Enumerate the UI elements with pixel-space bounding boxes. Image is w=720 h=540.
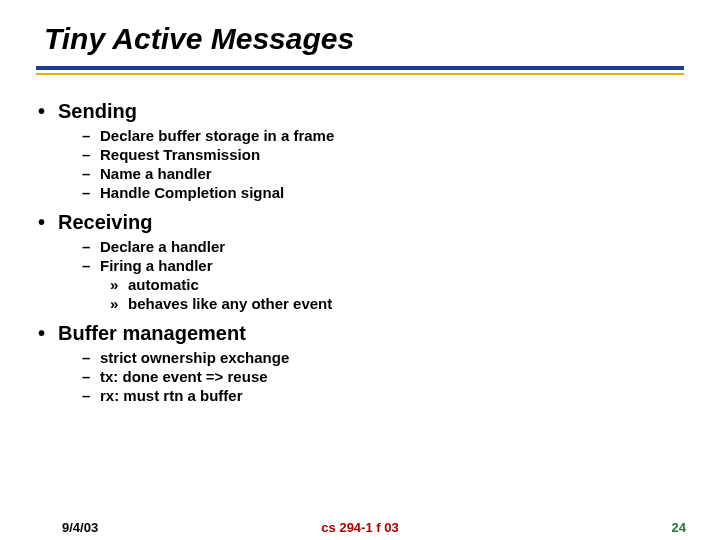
- dash-icon: –: [82, 184, 90, 201]
- bullet-sending: • Sending: [36, 100, 684, 123]
- slide-title: Tiny Active Messages: [44, 22, 354, 56]
- sub-sub-bullet: » behaves like any other event: [36, 295, 684, 312]
- title-rule: [36, 66, 684, 75]
- slide-body: • Sending – Declare buffer storage in a …: [36, 90, 684, 406]
- sub-bullet: – tx: done event => reuse: [36, 368, 684, 385]
- bullet-buffer-management: • Buffer management: [36, 322, 684, 345]
- sub-bullet-text: Handle Completion signal: [100, 184, 284, 201]
- sub-bullet-text: Declare buffer storage in a frame: [100, 127, 334, 144]
- sub-bullet: – Name a handler: [36, 165, 684, 182]
- rule-thick: [36, 66, 684, 70]
- bullet-label: Receiving: [58, 211, 152, 233]
- sub-bullet-text: Name a handler: [100, 165, 212, 182]
- dash-icon: –: [82, 127, 90, 144]
- dash-icon: –: [82, 368, 90, 385]
- sub-sub-bullet: » automatic: [36, 276, 684, 293]
- sub-bullet: – strict ownership exchange: [36, 349, 684, 366]
- dash-icon: –: [82, 238, 90, 255]
- footer-page-number: 24: [672, 520, 686, 535]
- slide: Tiny Active Messages • Sending – Declare…: [0, 0, 720, 540]
- sub-bullet-text: tx: done event => reuse: [100, 368, 268, 385]
- dash-icon: –: [82, 387, 90, 404]
- raquo-icon: »: [110, 276, 118, 293]
- dash-icon: –: [82, 349, 90, 366]
- sub-bullet-text: Firing a handler: [100, 257, 213, 274]
- dot-icon: •: [38, 322, 45, 345]
- sub-bullet-text: Declare a handler: [100, 238, 225, 255]
- sub-bullet-text: strict ownership exchange: [100, 349, 289, 366]
- sub-bullet-text: Request Transmission: [100, 146, 260, 163]
- sub-bullet: – Handle Completion signal: [36, 184, 684, 201]
- bullet-receiving: • Receiving: [36, 211, 684, 234]
- dash-icon: –: [82, 146, 90, 163]
- sub-bullet: – Firing a handler: [36, 257, 684, 274]
- dot-icon: •: [38, 211, 45, 234]
- dash-icon: –: [82, 165, 90, 182]
- bullet-label: Buffer management: [58, 322, 246, 344]
- sub-sub-bullet-text: behaves like any other event: [128, 295, 332, 312]
- bullet-label: Sending: [58, 100, 137, 122]
- dot-icon: •: [38, 100, 45, 123]
- sub-bullet-text: rx: must rtn a buffer: [100, 387, 243, 404]
- sub-bullet: – Declare a handler: [36, 238, 684, 255]
- footer-course: cs 294-1 f 03: [0, 520, 720, 535]
- dash-icon: –: [82, 257, 90, 274]
- sub-bullet: – Request Transmission: [36, 146, 684, 163]
- sub-sub-bullet-text: automatic: [128, 276, 199, 293]
- sub-bullet: – Declare buffer storage in a frame: [36, 127, 684, 144]
- sub-bullet: – rx: must rtn a buffer: [36, 387, 684, 404]
- rule-thin: [36, 73, 684, 75]
- raquo-icon: »: [110, 295, 118, 312]
